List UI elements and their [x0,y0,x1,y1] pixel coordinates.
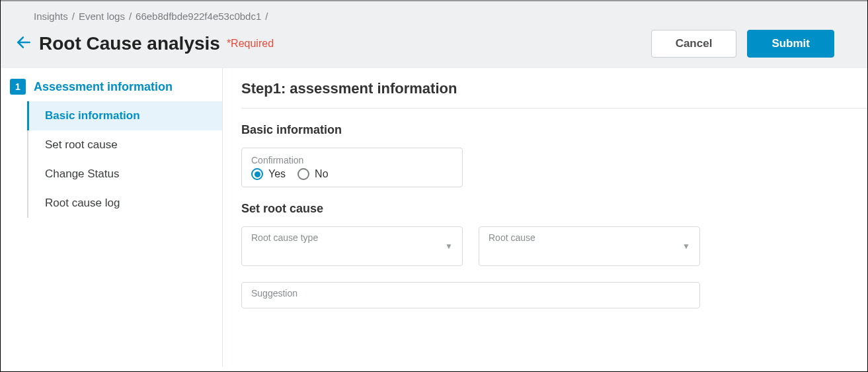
chevron-down-icon: ▼ [682,242,690,251]
root-cause-select[interactable]: Root cause ▼ [479,226,700,266]
sidebar-item-root-cause-log[interactable]: Root cause log [27,189,222,218]
sidebar-item-label: Change Status [45,167,119,181]
confirmation-label: Confirmation [251,155,453,165]
step-label: Assessment information [34,80,173,94]
submit-button[interactable]: Submit [747,30,834,58]
radio-label: Yes [268,168,286,180]
radio-icon [251,168,263,180]
required-note: *Required [227,38,274,50]
radio-no[interactable]: No [297,168,328,180]
suggestion-input[interactable]: Suggestion [241,282,700,308]
step-header[interactable]: 1 Assessment information [10,79,222,95]
breadcrumb-id[interactable]: 66eb8dfbde922f4e53c0bdc1 [136,11,261,22]
select-label: Root cause type [251,232,453,243]
section-basic-information: Basic information [241,123,867,137]
breadcrumb: Insights / Event logs / 66eb8dfbde922f4e… [34,11,834,22]
page-title: Root Cause analysis [39,33,220,54]
sidebar-item-set-root-cause[interactable]: Set root cause [27,130,222,160]
breadcrumb-sep: / [129,11,132,22]
suggestion-label: Suggestion [251,288,690,299]
sidebar-item-label: Root cause log [45,197,120,210]
root-cause-type-select[interactable]: Root cause type ▼ [241,226,463,266]
sidebar-item-label: Basic information [45,109,140,122]
sidebar-item-basic-information[interactable]: Basic information [27,101,222,130]
sidebar: 1 Assessment information Basic informati… [1,68,222,367]
select-label: Root cause [489,232,690,243]
back-arrow-icon[interactable] [15,34,32,54]
breadcrumb-event-logs[interactable]: Event logs [79,11,125,22]
radio-label: No [315,168,328,180]
sidebar-item-label: Set root cause [45,138,118,152]
radio-icon [297,168,309,180]
breadcrumb-sep: / [72,11,75,22]
breadcrumb-sep: / [265,11,268,22]
cancel-button[interactable]: Cancel [651,30,737,58]
section-set-root-cause: Set root cause [241,202,867,216]
breadcrumb-insights[interactable]: Insights [34,11,68,22]
radio-yes[interactable]: Yes [251,168,286,180]
sidebar-item-change-status[interactable]: Change Status [27,160,222,189]
chevron-down-icon: ▼ [445,242,453,251]
confirmation-card: Confirmation Yes No [241,148,463,187]
content-heading: Step1: assessment information [241,80,867,109]
content: Step1: assessment information Basic info… [222,68,867,367]
step-number-badge: 1 [10,79,26,95]
